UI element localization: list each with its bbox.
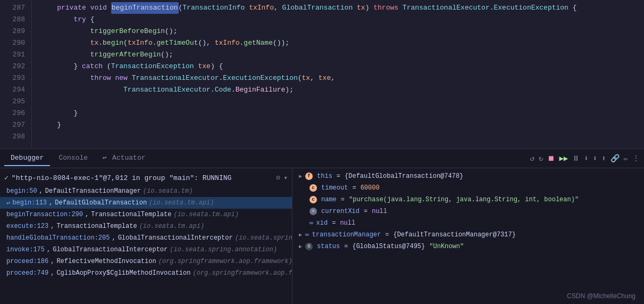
var-icon-transactionmanager: ∞ (305, 232, 309, 238)
var-transactionmanager: ▶ ∞ transactionManager = {DefaultTransac… (292, 229, 644, 241)
thread-header: ✓ "http-nio-8084-exec-1"@7,012 in group … (0, 170, 292, 185)
line-numbers: 287 288 289 290 291 292 293 294 295 296 … (0, 0, 32, 149)
debug-panel: Debugger Console ↩ Actuator ↺ ↻ ⏹ ▶▶ ⏸ ⬇… (0, 149, 644, 304)
var-xid: ∞ xid = null (292, 217, 644, 229)
running-check-icon: ✓ (4, 174, 9, 182)
panel-content: ✓ "http-nio-8084-exec-1"@7,012 in group … (0, 168, 644, 304)
code-line-297: } (40, 119, 644, 131)
method-highlight: beginTransaction (111, 2, 179, 14)
tab-debugger[interactable]: Debugger (4, 151, 50, 166)
code-line-293: throw new TransactionalExecutor . Execut… (40, 72, 644, 84)
var-icon-status: S (305, 243, 313, 250)
stack-frame-6[interactable]: proceed:186 , ReflectiveMethodInvocation… (0, 256, 292, 267)
var-icon-xid: ∞ (310, 220, 313, 226)
code-line-298 (40, 131, 644, 143)
watermark: CSDN @MichelleChung (567, 292, 635, 300)
expand-status[interactable]: ▶ (299, 243, 302, 250)
expand-transactionmanager[interactable]: ▶ (299, 232, 302, 238)
var-status: ▶ S status = {GlobalStatus@7495} "UnKnow… (292, 241, 644, 252)
step-out-icon[interactable]: ⬆ (601, 154, 606, 163)
stop-icon[interactable]: ⏹ (547, 154, 555, 163)
tab-actuator[interactable]: ↩ Actuator (96, 151, 152, 166)
rerun-icon[interactable]: ↺ (530, 154, 534, 163)
code-line-294: TransactionalExecutor . Code . BeginFail… (40, 84, 644, 96)
code-line-287: private void beginTransaction ( Transact… (40, 2, 644, 14)
code-line-289: triggerBeforeBegin (); (40, 26, 644, 37)
var-name: c name = "purchase(java.lang.String, jav… (292, 194, 644, 206)
stack-frame-5[interactable]: invoke:175 , GlobalTransactionalIntercep… (0, 244, 292, 256)
code-lines: private void beginTransaction ( Transact… (32, 0, 644, 149)
stack-frame-3[interactable]: execute:123 , TransactionalTemplate (io.… (0, 220, 292, 232)
force-step-into-icon[interactable]: ⬇ (593, 154, 597, 163)
stack-frame-4[interactable]: handleGlobalTransaction:205 , GlobalTran… (0, 232, 292, 244)
panel-tabs-bar: Debugger Console ↩ Actuator ↺ ↻ ⏹ ▶▶ ⏸ ⬇… (0, 149, 644, 168)
filter-icon[interactable]: ⊝ (276, 174, 280, 182)
step-over-icon[interactable]: ▶▶ (559, 154, 568, 163)
var-timeout: c timeout = 60000 (292, 182, 644, 194)
stack-frames-panel: ✓ "http-nio-8084-exec-1"@7,012 in group … (0, 168, 292, 304)
code-line-290: tx . begin ( txInfo . getTimeOut (), txI… (40, 37, 644, 49)
var-icon-this: f (305, 172, 313, 180)
resume-icon[interactable]: ↻ (539, 154, 543, 163)
tab-console[interactable]: Console (52, 151, 94, 166)
expand-this[interactable]: ▶ (299, 173, 302, 179)
current-frame-arrow: ↩ (6, 199, 10, 207)
var-icon-currentxid: ≡ (310, 208, 317, 215)
code-line-288: try { (40, 14, 644, 26)
stack-frame-7[interactable]: proceed:749 , CglibAopProxy$CglibMethodI… (0, 267, 292, 279)
collapse-icon[interactable]: ▾ (283, 174, 288, 182)
stack-frame-0[interactable]: begin:50 , DefaultTransactionManager (io… (0, 185, 292, 197)
code-line-295 (40, 96, 644, 108)
thread-status: ✓ "http-nio-8084-exec-1"@7,012 in group … (4, 174, 231, 182)
var-icon-timeout: c (310, 184, 317, 192)
thread-label: "http-nio-8084-exec-1"@7,012 in group "m… (12, 174, 231, 182)
variables-panel: ▶ f this = {DefaultGlobalTransaction@747… (292, 168, 644, 304)
run-to-cursor-icon[interactable]: 🔗 (610, 154, 620, 163)
debugger-toolbar: ↺ ↻ ⏹ ▶▶ ⏸ ⬇ ⬇ ⬆ 🔗 ✏ ⋮ (530, 154, 640, 163)
code-line-296: } (40, 108, 644, 119)
stack-filter-icons: ⊝ ▾ (276, 174, 288, 182)
code-editor: 287 288 289 290 291 292 293 294 295 296 … (0, 0, 644, 149)
pause-icon[interactable]: ⏸ (572, 154, 580, 163)
var-this: ▶ f this = {DefaultGlobalTransaction@747… (292, 170, 644, 182)
more-options-icon[interactable]: ⋮ (632, 154, 640, 163)
code-line-292: } catch ( TransactionException txe ) { (40, 61, 644, 72)
evaluate-icon[interactable]: ✏ (624, 154, 628, 163)
var-currentxid: ≡ currentXid = null (292, 206, 644, 217)
code-line-291: triggerAfterBegin (); (40, 49, 644, 61)
stack-frame-1[interactable]: ↩ begin:113 , DefaultGlobalTransaction (… (0, 197, 292, 209)
var-icon-name: c (310, 196, 317, 203)
stack-frame-2[interactable]: beginTransaction:290 , TransactionalTemp… (0, 209, 292, 220)
step-into-icon[interactable]: ⬇ (584, 154, 588, 163)
